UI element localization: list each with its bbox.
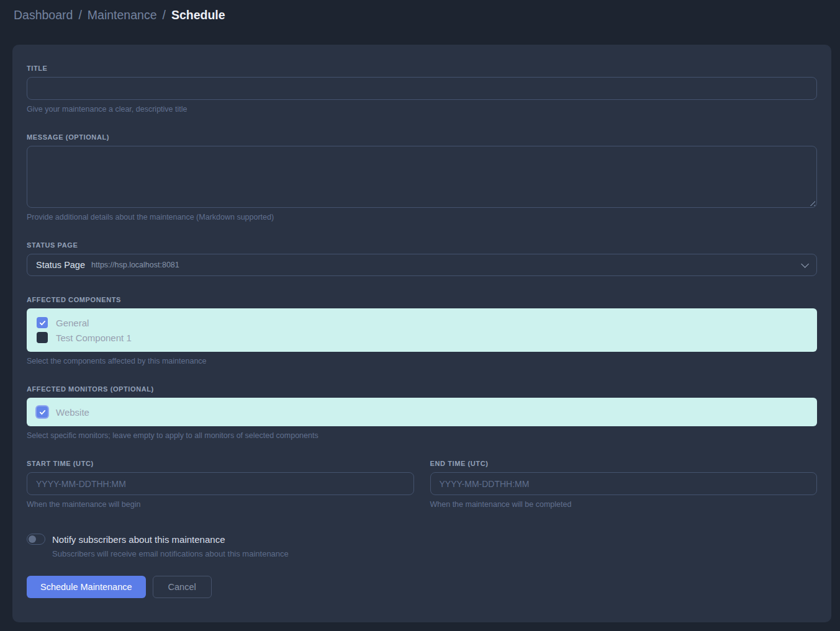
cancel-button[interactable]: Cancel	[153, 576, 212, 598]
schedule-maintenance-form: Title Give your maintenance a clear, des…	[12, 45, 831, 622]
form-actions: Schedule Maintenance Cancel	[27, 576, 817, 598]
start-time-label: Start Time (UTC)	[27, 460, 414, 467]
component-option-label: General	[56, 318, 89, 328]
end-time-label: End Time (UTC)	[430, 460, 818, 467]
status-page-field-group: Status Page Status Page https://hsp.loca…	[27, 241, 817, 276]
message-textarea[interactable]	[27, 146, 817, 208]
notify-subscribers-toggle[interactable]	[27, 534, 45, 545]
checkbox-checked-icon[interactable]	[37, 406, 48, 418]
schedule-maintenance-button[interactable]: Schedule Maintenance	[27, 576, 146, 598]
end-time-field-group: End Time (UTC) When the maintenance will…	[430, 460, 818, 509]
affected-components-group: Affected Components General Test Compone…	[27, 296, 817, 365]
title-helper-text: Give your maintenance a clear, descripti…	[27, 105, 817, 114]
status-page-selected-name: Status Page	[36, 260, 85, 270]
message-label: Message (optional)	[27, 133, 817, 141]
message-helper-text: Provide additional details about the mai…	[27, 213, 817, 222]
breadcrumb-dashboard[interactable]: Dashboard	[14, 8, 73, 22]
title-input[interactable]	[27, 77, 817, 100]
affected-components-label: Affected Components	[27, 296, 817, 303]
monitor-option-label: Website	[56, 407, 89, 418]
component-option-label: Test Component 1	[56, 333, 132, 343]
notify-subscribers-helper-text: Subscribers will receive email notificat…	[52, 549, 817, 558]
notify-subscribers-label: Notify subscribers about this maintenanc…	[52, 534, 225, 545]
chevron-down-icon	[801, 260, 809, 268]
monitor-option-website[interactable]: Website	[37, 406, 807, 418]
breadcrumb-maintenance[interactable]: Maintenance	[88, 8, 157, 22]
affected-components-box: General Test Component 1	[27, 308, 817, 352]
status-page-selected-url: https://hsp.localhost:8081	[91, 261, 179, 269]
status-page-label: Status Page	[27, 241, 817, 249]
breadcrumb-separator: /	[163, 8, 166, 22]
affected-monitors-label: Affected Monitors (optional)	[27, 385, 817, 393]
breadcrumb-schedule-current: Schedule	[171, 8, 225, 22]
start-time-input[interactable]	[27, 472, 414, 495]
status-page-select[interactable]: Status Page https://hsp.localhost:8081	[27, 254, 817, 276]
title-field-group: Title Give your maintenance a clear, des…	[27, 65, 817, 114]
affected-monitors-helper-text: Select specific monitors; leave empty to…	[27, 431, 817, 440]
checkbox-checked-icon[interactable]	[37, 317, 48, 328]
notify-subscribers-group: Notify subscribers about this maintenanc…	[27, 534, 817, 558]
affected-monitors-group: Affected Monitors (optional) Website Sel…	[27, 385, 817, 440]
affected-monitors-box: Website	[27, 398, 817, 426]
toggle-knob	[29, 535, 36, 543]
breadcrumb-separator: /	[78, 8, 81, 22]
end-time-helper-text: When the maintenance will be completed	[430, 500, 818, 509]
message-field-group: Message (optional) Provide additional de…	[27, 133, 817, 222]
start-time-field-group: Start Time (UTC) When the maintenance wi…	[27, 460, 414, 509]
start-time-helper-text: When the maintenance will begin	[27, 500, 414, 509]
checkbox-unchecked-icon[interactable]	[37, 332, 48, 343]
affected-components-helper-text: Select the components affected by this m…	[27, 357, 817, 365]
component-option-test-component-1[interactable]: Test Component 1	[37, 332, 807, 343]
component-option-general[interactable]: General	[37, 317, 807, 328]
time-fields-row: Start Time (UTC) When the maintenance wi…	[27, 460, 817, 509]
title-label: Title	[27, 65, 817, 72]
breadcrumb: Dashboard / Maintenance / Schedule	[0, 0, 840, 30]
end-time-input[interactable]	[430, 472, 818, 495]
